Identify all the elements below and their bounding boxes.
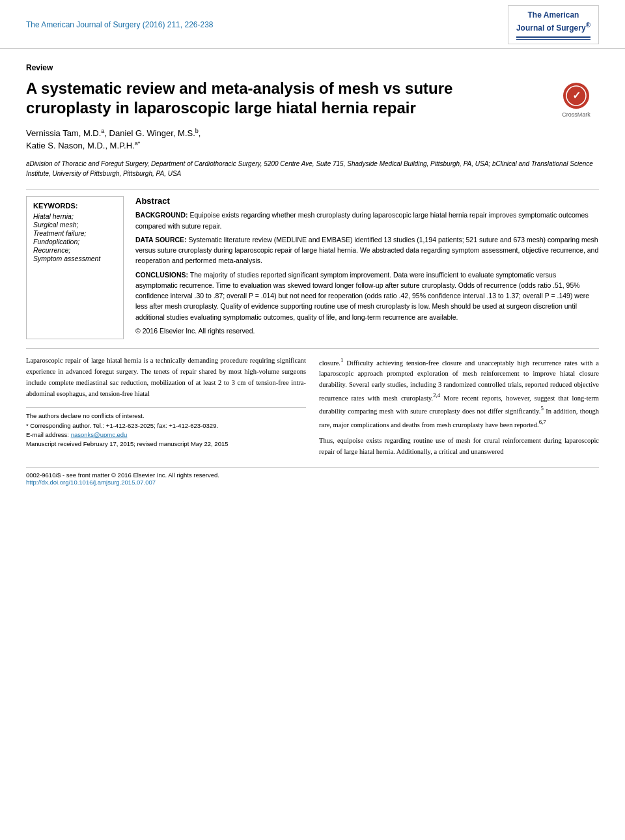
journal-name-line2: Journal of Surgery® xyxy=(516,21,590,34)
abstract-column: Abstract BACKGROUND: Equipoise exists re… xyxy=(135,196,599,339)
footnote-conflict: The authors declare no conflicts of inte… xyxy=(26,412,306,421)
journal-citation[interactable]: The American Journal of Surgery (2016) 2… xyxy=(26,20,214,29)
keywords-abstract-row: KEYWORDS: Hiatal hernia; Surgical mesh; … xyxy=(26,196,599,339)
authors: Vernissia Tam, M.D.a, Daniel G. Winger, … xyxy=(26,127,599,153)
title-row: A systematic review and meta-analysis of… xyxy=(26,79,599,118)
journal-logo: The American Journal of Surgery® xyxy=(508,5,599,44)
copyright: © 2016 Elsevier Inc. All rights reserved… xyxy=(135,326,599,336)
abstract-text: BACKGROUND: Equipoise exists regarding w… xyxy=(135,210,599,336)
keyword-4: Fundoplication; xyxy=(33,238,117,245)
keywords-title: KEYWORDS: xyxy=(33,202,117,210)
author3-sup-star: * xyxy=(138,140,141,147)
issn-text: 0002-9610/$ - see front matter © 2016 El… xyxy=(26,471,219,479)
keyword-6: Symptom assessment xyxy=(33,255,117,262)
section-label: Review xyxy=(26,63,599,72)
footnote-box: The authors declare no conflicts of inte… xyxy=(26,407,306,449)
top-bar: The American Journal of Surgery (2016) 2… xyxy=(0,0,625,49)
body-left-text: Laparoscopic repair of large hiatal hern… xyxy=(26,356,306,399)
main-content: Review A systematic review and meta-anal… xyxy=(0,49,625,499)
footnote-corresponding: * Corresponding author. Tel.: +1-412-623… xyxy=(26,421,306,430)
author3-name: Katie S. Nason, M.D., M.P.H. xyxy=(26,141,135,151)
journal-name-line1: The American xyxy=(516,10,590,21)
body-right-column: closure.1 Difficulty achieving tension-f… xyxy=(319,356,599,457)
background-text: Equipoise exists regarding whether mesh … xyxy=(135,211,589,229)
conclusions-label: CONCLUSIONS: xyxy=(135,271,188,279)
doi-link[interactable]: http://dx.doi.org/10.1016/j.amjsurg.2015… xyxy=(26,479,156,486)
keywords-box: KEYWORDS: Hiatal hernia; Surgical mesh; … xyxy=(26,196,124,339)
keyword-5: Recurrence; xyxy=(33,246,117,254)
keyword-2: Surgical mesh; xyxy=(33,221,117,229)
keyword-3: Treatment failure; xyxy=(33,229,117,237)
svg-text:✓: ✓ xyxy=(572,90,581,101)
affiliations: aDivision of Thoracic and Foregut Surger… xyxy=(26,159,599,178)
crossmark-label: CrossMark xyxy=(562,111,590,118)
article-title: A systematic review and meta-analysis of… xyxy=(26,79,508,118)
abstract-conclusions: CONCLUSIONS: The majority of studies rep… xyxy=(135,270,599,322)
email-link[interactable]: nasonks@upmc.edu xyxy=(71,431,128,438)
background-label: BACKGROUND: xyxy=(135,211,188,219)
abstract-title: Abstract xyxy=(135,196,599,206)
abstract-datasource: DATA SOURCE: Systematic literature revie… xyxy=(135,234,599,266)
footnote-email: E-mail address: nasonks@upmc.edu xyxy=(26,430,306,440)
author1-name: Vernissia Tam, M.D. xyxy=(26,128,101,138)
conclusions-text: The majority of studies reported signifi… xyxy=(135,271,589,321)
bottom-bar: 0002-9610/$ - see front matter © 2016 El… xyxy=(26,467,599,486)
crossmark-icon: ✓ xyxy=(562,81,590,110)
divider-1 xyxy=(26,189,599,189)
page: The American Journal of Surgery (2016) 2… xyxy=(0,0,625,840)
footnote-manuscript: Manuscript received February 17, 2015; r… xyxy=(26,440,306,449)
divider-2 xyxy=(26,348,599,349)
datasource-text: Systematic literature review (MEDLINE an… xyxy=(135,236,598,265)
keyword-1: Hiatal hernia; xyxy=(33,212,117,220)
body-columns: Laparoscopic repair of large hiatal hern… xyxy=(26,356,599,457)
email-label: E-mail address: xyxy=(26,431,69,438)
datasource-label: DATA SOURCE: xyxy=(135,236,187,244)
crossmark-container[interactable]: ✓ CrossMark xyxy=(553,81,599,118)
abstract-background: BACKGROUND: Equipoise exists regarding w… xyxy=(135,210,599,231)
body-left-column: Laparoscopic repair of large hiatal hern… xyxy=(26,356,306,457)
